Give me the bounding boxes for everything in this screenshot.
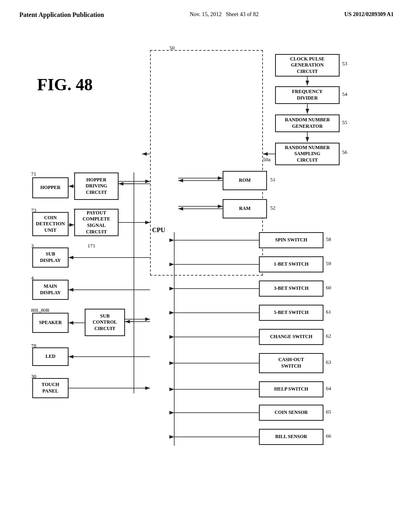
box-bet1-switch: 1-BET SWITCH <box>259 256 323 272</box>
box-change-switch: CHANGE SWITCH <box>259 329 323 345</box>
box-payout-complete: PAYOUTCOMPLETESIGNAL CIRCUIT <box>74 209 119 236</box>
box-sub-control: SUBCONTROLCIRCUIT <box>85 309 125 336</box>
header-date-sheet: Nov. 15, 2012 Sheet 43 of 82 <box>190 11 259 18</box>
box-clock-pulse: CLOCK PULSEGENERATIONCIRCUIT <box>275 54 340 77</box>
box-coin-sensor: COIN SENSOR <box>259 405 323 421</box>
figure-label: FIG. 48 <box>37 75 93 94</box>
ref-64: 64 <box>326 385 331 392</box>
dashed-box-50 <box>150 50 263 276</box>
box-help-switch: HELP SWITCH <box>259 381 323 397</box>
ref-171: 171 <box>88 243 96 249</box>
box-ram: RAM <box>223 199 267 218</box>
box-coin-detection: COINDETECTIONUNIT <box>32 212 69 236</box>
ref-59: 59 <box>326 260 331 267</box>
ref-66: 66 <box>326 433 331 439</box>
ref-52: 52 <box>270 205 275 211</box>
box-rom: ROM <box>223 171 267 190</box>
ref-61: 61 <box>326 309 331 315</box>
ref-51: 51 <box>270 177 275 183</box>
header-date: Nov. 15, 2012 <box>190 11 221 17</box>
header-publication-label: Patent Application Publication <box>19 11 104 19</box>
box-touch-panel: TOUCHPANEL <box>32 378 69 398</box>
box-freq-divider: FREQUENCYDIVIDER <box>275 86 340 104</box>
box-cashout-switch: CASH-OUTSWITCH <box>259 353 323 373</box>
box-random-gen: RANDOM NUMBERGENERATOR <box>275 114 340 132</box>
diagram-area: FIG. 48 50 50a CLOCK PULSEGENERATIONCIRC… <box>25 43 388 510</box>
box-sub-display: SUBDISPLAY <box>32 247 69 268</box>
ref-63: 63 <box>326 359 331 366</box>
box-random-sample: RANDOM NUMBERSAMPLINGCIRCUIT <box>275 143 340 165</box>
ref-62: 62 <box>326 333 331 339</box>
page-header: Patent Application Publication Nov. 15, … <box>0 0 413 19</box>
box-led: LED <box>32 347 69 366</box>
header-sheet: Sheet 43 of 82 <box>226 11 259 17</box>
box-hopper-driving: HOPPERDRIVINGCIRCUIT <box>74 172 119 200</box>
box-bet3-switch: 3-BET SWITCH <box>259 281 323 297</box>
box-main-display: MAINDISPLAY <box>32 280 69 300</box>
ref-71: 71 <box>31 171 36 177</box>
ref-55: 55 <box>342 119 347 126</box>
ref-65: 65 <box>326 409 331 415</box>
box-bill-sensor: BILL SENSOR <box>259 429 323 445</box>
header-patent-num: US 2012/0289309 A1 <box>344 11 394 18</box>
ref-50a: 50a <box>263 156 271 163</box>
box-speaker: SPEAKER <box>32 313 69 333</box>
ref-58: 58 <box>326 236 331 243</box>
ref-54: 54 <box>342 91 347 98</box>
cpu-label: CPU <box>152 227 165 234</box>
box-spin-switch: SPIN SWITCH <box>259 232 323 248</box>
ref-60: 60 <box>326 285 331 291</box>
ref-56: 56 <box>342 149 347 156</box>
box-bet5-switch: 5-BET SWITCH <box>259 305 323 321</box>
ref-53: 53 <box>342 60 347 67</box>
box-hopper: HOPPER <box>32 177 69 198</box>
